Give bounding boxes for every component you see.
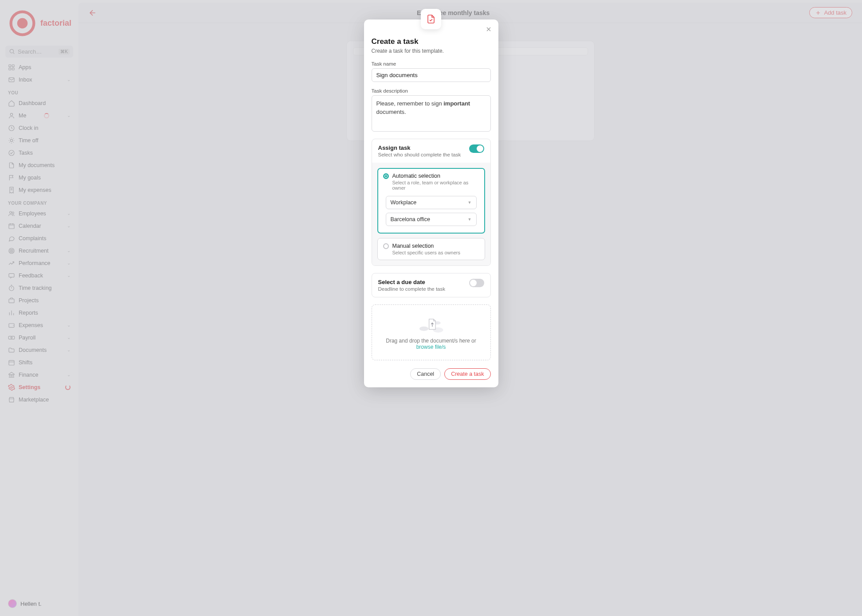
- auto-title: Automatic selection: [392, 173, 440, 179]
- assign-title: Assign task: [378, 144, 465, 151]
- chevron-down-icon: ▼: [468, 200, 472, 205]
- task-desc-bold: important: [443, 100, 470, 107]
- task-desc-label: Task description: [372, 88, 491, 94]
- workplace-value-select[interactable]: Barcelona office ▼: [386, 213, 477, 226]
- browse-files-link[interactable]: browse file/s: [416, 344, 446, 350]
- due-subtitle: Deadline to complete the task: [378, 286, 465, 292]
- due-title: Select a due date: [378, 279, 465, 285]
- assign-toggle[interactable]: [469, 144, 484, 153]
- assign-subtitle: Select who should complete the task: [378, 152, 465, 157]
- cancel-button[interactable]: Cancel: [410, 368, 441, 380]
- radio-icon: [383, 243, 389, 249]
- manual-subtitle: Select specific users as owners: [392, 250, 479, 255]
- task-desc-suffix: documents.: [376, 109, 406, 115]
- document-check-icon: [426, 14, 436, 24]
- auto-subtitle: Select a role, team or workplace as owne…: [392, 180, 479, 191]
- task-desc-input[interactable]: Please, remember to sign important docum…: [372, 95, 491, 132]
- close-button[interactable]: [485, 26, 492, 33]
- upload-illustration-icon: [418, 315, 444, 335]
- task-desc-prefix: Please, remember to sign: [376, 100, 444, 107]
- radio-icon: [383, 173, 389, 179]
- assign-section: Assign task Select who should complete t…: [372, 139, 491, 266]
- file-dropzone[interactable]: Drag and drop the document/s here or bro…: [372, 304, 491, 360]
- chevron-down-icon: ▼: [468, 217, 472, 222]
- workplace-type-value: Workplace: [391, 199, 417, 206]
- workplace-type-select[interactable]: Workplace ▼: [386, 196, 477, 209]
- manual-selection-card[interactable]: Manual selection Select specific users a…: [377, 238, 485, 260]
- automatic-selection-card[interactable]: Automatic selection Select a role, team …: [377, 168, 485, 234]
- modal-overlay: Create a task Create a task for this tem…: [0, 0, 862, 616]
- manual-title: Manual selection: [392, 243, 434, 249]
- due-date-section: Select a due date Deadline to complete t…: [372, 273, 491, 297]
- create-task-modal: Create a task Create a task for this tem…: [364, 19, 498, 387]
- due-date-toggle[interactable]: [469, 279, 484, 287]
- modal-title: Create a task: [372, 37, 491, 46]
- svg-point-26: [419, 327, 428, 331]
- create-task-button[interactable]: Create a task: [444, 368, 490, 380]
- modal-header-icon: [421, 9, 441, 29]
- dropzone-text: Drag and drop the document/s here or: [386, 338, 476, 344]
- task-name-label: Task name: [372, 61, 491, 66]
- modal-subtitle: Create a task for this template.: [372, 48, 491, 54]
- task-name-input[interactable]: [372, 68, 491, 82]
- workplace-value: Barcelona office: [391, 216, 430, 222]
